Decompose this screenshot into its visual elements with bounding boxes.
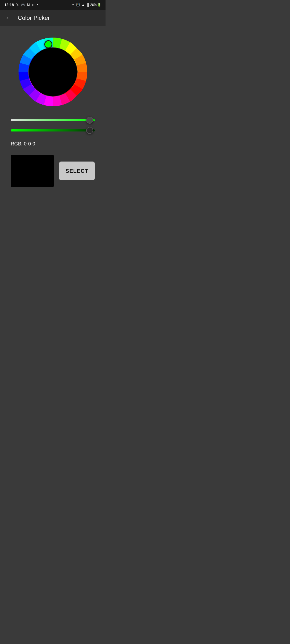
color-preview-circle (29, 48, 77, 96)
rgb-label: RGB: 0-0-0 (8, 141, 97, 147)
color-wheel-ring (15, 34, 90, 109)
slider2-wrapper[interactable] (11, 128, 95, 133)
twitch-icon: 🎮 (21, 3, 25, 7)
slider1-thumb[interactable] (86, 117, 93, 124)
selected-color-preview (11, 155, 54, 187)
app-bar: ← Color Picker (0, 10, 106, 26)
page-title: Color Picker (18, 14, 50, 21)
main-content: RGB: 0-0-0 SELECT (0, 26, 106, 198)
slider2-thumb[interactable] (86, 127, 93, 134)
status-time: 12:18 (4, 3, 14, 7)
bottom-row: SELECT (8, 155, 97, 187)
status-bar-left: 12:18 𝕏 🎮 M ⊙ • (4, 3, 38, 7)
battery-percent: 26% (90, 3, 97, 7)
instagram-icon: ⊙ (32, 3, 35, 7)
status-bar-right: ✦ 📳 ▲ ▐ 26% 🔋 (72, 3, 101, 7)
twitter-icon: 𝕏 (16, 3, 19, 7)
slider1-track[interactable] (11, 119, 95, 121)
back-button[interactable]: ← (5, 14, 11, 21)
slider1-wrapper[interactable] (11, 118, 95, 123)
sliders-container (8, 118, 97, 133)
slider2-track[interactable] (11, 129, 95, 131)
battery-indicator: 26% 🔋 (90, 3, 101, 7)
vibrate-icon: 📳 (76, 3, 80, 7)
select-button[interactable]: SELECT (59, 162, 95, 180)
color-wheel[interactable] (15, 34, 90, 109)
bluetooth-icon: ✦ (72, 3, 74, 7)
hue-picker-handle[interactable] (44, 40, 52, 48)
signal-icon: ▐ (86, 3, 89, 7)
status-bar: 12:18 𝕏 🎮 M ⊙ • ✦ 📳 ▲ ▐ 26% 🔋 (0, 0, 106, 10)
wifi-icon: ▲ (82, 3, 85, 7)
dot-icon: • (37, 3, 38, 7)
battery-icon-shape: 🔋 (97, 3, 101, 7)
gmail-icon: M (27, 3, 30, 7)
